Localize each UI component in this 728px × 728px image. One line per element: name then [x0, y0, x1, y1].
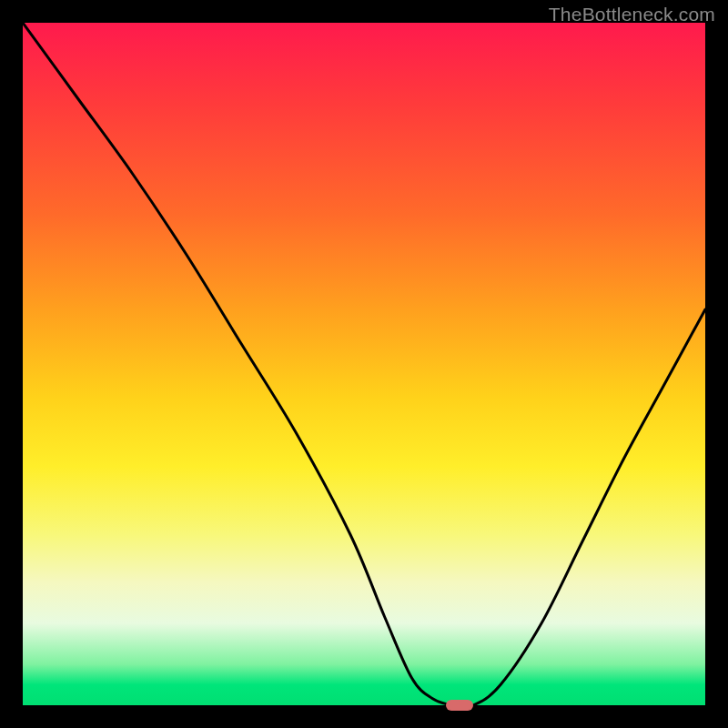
bottleneck-curve — [23, 23, 705, 705]
curve-path — [23, 23, 705, 705]
min-marker — [446, 700, 473, 710]
plot-area — [23, 23, 705, 705]
chart-frame: TheBottleneck.com — [0, 0, 728, 728]
